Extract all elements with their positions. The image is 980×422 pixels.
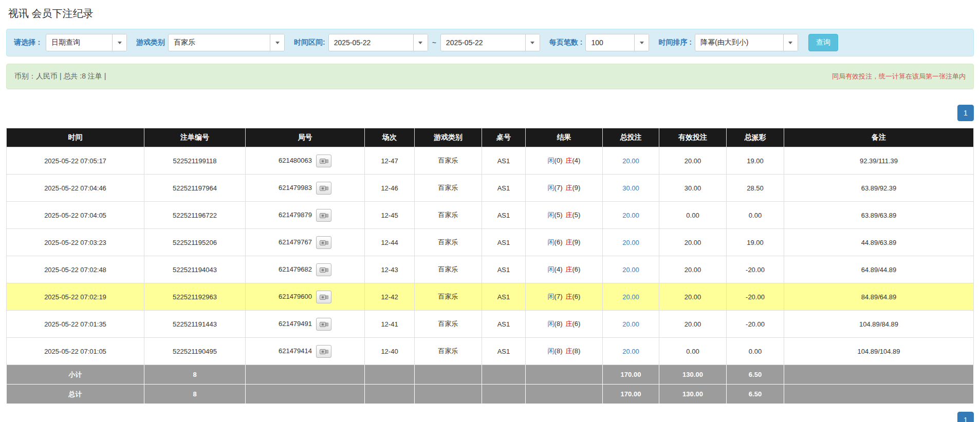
date-to-input[interactable]: 2025-05-22 — [440, 34, 540, 51]
bet-id-cell: 522521197964 — [144, 175, 246, 202]
total-bet-link[interactable]: 20.00 — [622, 212, 639, 219]
remark-cell: 63.89/63.89 — [784, 202, 974, 229]
round-cell: 621479879 — [246, 202, 365, 229]
round-result-button[interactable] — [316, 263, 331, 276]
round-cell: 621479767 — [246, 229, 365, 256]
total-bet-cell: 20.00 — [603, 338, 659, 365]
round-number: 621479983 — [279, 183, 312, 191]
total-bet-link[interactable]: 30.00 — [622, 184, 639, 192]
sort-order-value: 降幂(由大到小) — [695, 34, 783, 51]
total-bet-link[interactable]: 20.00 — [622, 320, 639, 328]
sort-order-select[interactable]: 降幂(由大到小) — [695, 34, 798, 51]
result-player-value: (5) — [554, 211, 563, 219]
pagination-top: 1 — [6, 105, 974, 121]
date-from-input[interactable]: 2025-05-22 — [328, 34, 428, 51]
result-player-value: (0) — [554, 157, 563, 164]
per-page-value: 100 — [586, 34, 634, 51]
result-player-label: 闲 — [548, 293, 554, 300]
pagination-page-1-bottom[interactable]: 1 — [957, 412, 974, 422]
session-cell: 12-41 — [365, 311, 415, 338]
game-type-cell: 百家乐 — [415, 229, 482, 256]
total-row: 总计 8 170.00 130.00 6.50 — [7, 385, 974, 404]
session-cell: 12-43 — [365, 256, 415, 283]
bet-id-cell: 522521195206 — [144, 229, 246, 256]
query-type-label: 请选择： — [14, 38, 43, 47]
table-row: 2025-05-22 07:04:05 522521196722 6214798… — [7, 202, 974, 229]
table-body: 2025-05-22 07:05:17 522521199118 6214800… — [7, 147, 974, 365]
summary-bar: 币别：人民币 | 总共 :8 注单 | 同局有效投注，统一计算在该局第一张注单内 — [6, 64, 974, 89]
total-bet-link[interactable]: 20.00 — [622, 293, 639, 301]
camera-icon — [320, 212, 328, 219]
time-cell: 2025-05-22 07:01:05 — [7, 338, 144, 365]
range-separator: ~ — [432, 39, 436, 47]
round-number: 621479414 — [279, 347, 312, 354]
pagination-page-1[interactable]: 1 — [957, 105, 974, 121]
time-cell: 2025-05-22 07:03:23 — [7, 229, 144, 256]
game-type-cell: 百家乐 — [415, 147, 482, 175]
total-bet-cell: 20.00 — [603, 256, 659, 283]
time-cell: 2025-05-22 07:02:19 — [7, 283, 144, 311]
time-cell: 2025-05-22 07:01:35 — [7, 311, 144, 338]
round-result-button[interactable] — [316, 236, 331, 249]
chevron-down-icon — [783, 34, 798, 51]
result-player-label: 闲 — [548, 347, 554, 355]
round-result-button[interactable] — [316, 209, 331, 222]
summary-note: 同局有效投注，统一计算在该局第一张注单内 — [832, 72, 966, 81]
result-banker-value: (6) — [572, 320, 581, 328]
payout-cell: 0.00 — [727, 338, 784, 365]
result-cell: 闲(7)庄(6) — [526, 283, 603, 311]
total-bet-link[interactable]: 20.00 — [622, 266, 639, 274]
search-button[interactable]: 查询 — [808, 34, 838, 51]
per-page-input[interactable]: 100 — [585, 34, 649, 51]
result-player-value: (8) — [554, 347, 563, 355]
chevron-down-icon — [112, 34, 126, 51]
round-result-button[interactable] — [316, 291, 331, 303]
game-type-select[interactable]: 百家乐 — [168, 34, 285, 51]
date-from-value: 2025-05-22 — [329, 34, 413, 51]
bet-id-cell: 522521192963 — [144, 283, 246, 311]
time-range-label: 时间区间: — [294, 38, 325, 47]
round-result-button[interactable] — [316, 155, 331, 167]
camera-icon — [320, 158, 328, 164]
session-cell: 12-44 — [365, 229, 415, 256]
table-row: 2025-05-22 07:01:05 522521190495 6214794… — [7, 338, 974, 365]
camera-icon — [320, 239, 328, 246]
chevron-down-icon — [634, 34, 649, 51]
filter-bar: 请选择： 日期查询 游戏类别 百家乐 时间区间: 2025-05-22 ~ 20… — [6, 29, 974, 56]
valid-bet-cell: 0.00 — [659, 202, 727, 229]
round-result-button[interactable] — [316, 318, 331, 331]
time-cell: 2025-05-22 07:04:46 — [7, 175, 144, 202]
chevron-down-icon — [270, 34, 284, 51]
total-bet-link[interactable]: 20.00 — [622, 239, 639, 246]
payout-cell: -20.00 — [727, 283, 784, 311]
game-type-cell: 百家乐 — [415, 256, 482, 283]
header-valid-bet: 有效投注 — [659, 128, 727, 147]
query-type-select[interactable]: 日期查询 — [46, 34, 127, 51]
header-session: 场次 — [365, 128, 415, 147]
session-cell: 12-42 — [365, 283, 415, 311]
result-banker-value: (4) — [572, 157, 581, 164]
total-bet-link[interactable]: 20.00 — [622, 348, 639, 355]
result-banker-value: (6) — [572, 265, 581, 273]
date-to-value: 2025-05-22 — [441, 34, 525, 51]
result-player-label: 闲 — [548, 238, 554, 246]
result-banker-label: 庄 — [566, 320, 572, 328]
table-number-cell: AS1 — [482, 283, 526, 311]
session-cell: 12-46 — [365, 175, 415, 202]
header-total-bet: 总投注 — [603, 128, 659, 147]
camera-icon — [320, 266, 328, 273]
round-result-button[interactable] — [316, 182, 331, 195]
subtotal-label: 小计 — [7, 365, 144, 385]
chevron-down-icon — [525, 34, 540, 51]
bet-id-cell: 522521199118 — [144, 147, 246, 175]
round-result-button[interactable] — [316, 345, 331, 358]
game-type-cell: 百家乐 — [415, 311, 482, 338]
time-cell: 2025-05-22 07:05:17 — [7, 147, 144, 175]
remark-cell: 64.89/44.89 — [784, 256, 974, 283]
total-bet-link[interactable]: 20.00 — [622, 157, 639, 165]
query-type-value: 日期查询 — [46, 34, 112, 51]
payout-cell: 28.50 — [727, 175, 784, 202]
subtotal-count: 8 — [144, 365, 246, 385]
header-table-number: 桌号 — [482, 128, 526, 147]
result-banker-label: 庄 — [566, 238, 572, 246]
